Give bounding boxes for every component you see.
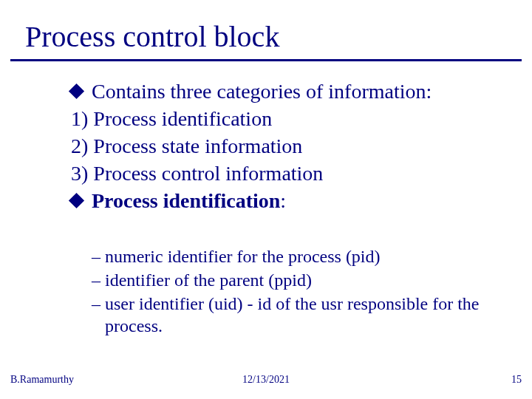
dash-icon: – (92, 269, 100, 291)
bullet-item-1: Contains three categories of information… (71, 78, 499, 104)
dash-icon: – (92, 293, 100, 315)
sub-bullets: – numeric identifier for the process (pi… (92, 245, 505, 338)
line-2: 2) Process state information (71, 133, 499, 159)
line-3: 3) Process control information (71, 160, 499, 186)
slide: Process control block Contains three cat… (0, 0, 532, 399)
sub-item-1: – numeric identifier for the process (pi… (92, 245, 505, 267)
footer-date: 12/13/2021 (0, 374, 532, 386)
diamond-bullet-icon (69, 83, 84, 99)
sub-item-3: – user identifier (uid) - id of the usr … (92, 293, 505, 337)
sub-item-2: – identifier of the parent (ppid) (92, 269, 505, 291)
bullet-2-rest: : (280, 189, 286, 212)
dash-icon: – (92, 245, 100, 267)
sub-3-text: user identifier (uid) - id of the usr re… (105, 294, 480, 335)
sub-1-text: numeric identifier for the process (pid) (105, 247, 381, 266)
bullet-1-text: Contains three categories of information… (92, 80, 432, 103)
bullet-2-bold: Process identification (92, 189, 280, 212)
diamond-bullet-icon (69, 193, 84, 208)
line-1: 1) Process identification (71, 106, 499, 132)
body-content: Contains three categories of information… (71, 78, 499, 215)
bullet-item-2: Process identification: (71, 188, 499, 214)
sub-2-text: identifier of the parent (ppid) (105, 270, 312, 290)
title-underline (10, 59, 522, 61)
footer-page-number: 15 (511, 374, 522, 386)
slide-title: Process control block (25, 19, 279, 54)
